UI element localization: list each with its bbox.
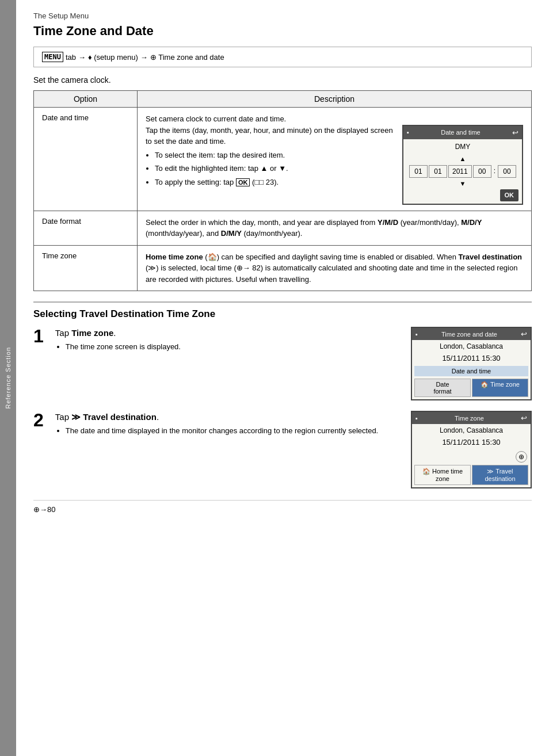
desc-intro: Set camera clock to current date and tim… bbox=[146, 113, 523, 125]
cam2-menu-item: Date and time bbox=[414, 366, 528, 376]
footer: ⊕→80 bbox=[33, 500, 532, 514]
cam3-btn-home[interactable]: 🏠 Home timezone bbox=[414, 465, 471, 485]
setup-menu-label: The Setup Menu bbox=[33, 12, 532, 20]
arrow2: → bbox=[140, 53, 148, 62]
bullet-3: To apply the setting: tap OK (□□ 23). bbox=[155, 177, 394, 188]
cam3-title: Time zone bbox=[455, 415, 484, 422]
step1-bold: Time zone bbox=[71, 328, 113, 338]
step1-bullet: The time zone screen is displayed. bbox=[66, 342, 399, 351]
side-reference-tab: Reference Section bbox=[0, 0, 16, 756]
step2-bullets: The date and time displayed in the monit… bbox=[66, 426, 399, 435]
cam-day: 01 bbox=[409, 165, 428, 178]
bullet-1: To select the item: tap the desired item… bbox=[155, 150, 394, 161]
desc-inner: Tap the items (day, month, year, hour, a… bbox=[146, 125, 523, 205]
cam-ok-button[interactable]: OK bbox=[500, 189, 519, 201]
clock-icon: ⊕ Time zone and date bbox=[150, 53, 224, 62]
option-time-zone: Time zone bbox=[34, 245, 138, 291]
menu-path-box: MENU tab → ♦ (setup menu) → ⊕ Time zone … bbox=[33, 47, 532, 67]
page-number: ⊕→80 bbox=[33, 505, 55, 514]
cam2-city: London, Casablanca bbox=[412, 340, 531, 353]
option-date-time: Date and time bbox=[34, 108, 138, 211]
side-tab-label: Reference Section bbox=[5, 347, 12, 409]
cam-ok-row: OK bbox=[407, 189, 518, 201]
main-content: The Setup Menu Time Zone and Date MENU t… bbox=[16, 0, 549, 756]
cam-month: 01 bbox=[429, 165, 447, 178]
camera-screen-step1: ▪ Time zone and date ↩ London, Casablanc… bbox=[411, 327, 532, 400]
menu-path-text1: tab bbox=[66, 53, 76, 62]
cam-hour: 00 bbox=[473, 165, 491, 178]
col-option-header: Option bbox=[34, 91, 138, 108]
cam3-globe-icon: ⊕ bbox=[516, 451, 527, 463]
step1-title: Tap Time zone. bbox=[55, 327, 399, 339]
step2-content: Tap ≫ Travel destination. The date and t… bbox=[55, 411, 399, 437]
table-row: Time zone Home time zone (🏠) can be spec… bbox=[34, 245, 532, 291]
option-date-format: Date format bbox=[34, 211, 138, 245]
desc-bullets: To select the item: tap the desired item… bbox=[155, 150, 394, 188]
cam-up-arrow: ▲ bbox=[407, 154, 518, 164]
table-row: Date and time Set camera clock to curren… bbox=[34, 108, 532, 211]
col-desc-header: Description bbox=[138, 91, 532, 108]
step2-bullet: The date and time displayed in the monit… bbox=[66, 426, 399, 435]
cam-header: ▪ Date and time ↩ bbox=[403, 126, 522, 140]
camera-screen-step2: ▪ Time zone ↩ London, Casablanca 15/11/2… bbox=[411, 411, 532, 488]
table-row: Date format Select the order in which th… bbox=[34, 211, 532, 245]
section2-heading: Selecting Travel Destination Time Zone bbox=[33, 301, 532, 320]
cam3-btn-travel[interactable]: ≫ Traveldestination bbox=[472, 465, 528, 485]
cam3-datetime: 15/11/2011 15:30 bbox=[412, 437, 531, 450]
bullet-2: To edit the highlighted item: tap ▲ or ▼… bbox=[155, 163, 394, 174]
step2-number: 2 bbox=[33, 411, 44, 429]
desc-para: Tap the items (day, month, year, hour, a… bbox=[146, 125, 394, 147]
menu-icon: MENU bbox=[42, 52, 63, 62]
cam-year: 2011 bbox=[448, 165, 472, 178]
subtitle: Set the camera clock. bbox=[33, 75, 532, 85]
cam2-title: Time zone and date bbox=[441, 331, 497, 338]
cam2-bottom-row: Dateformat 🏠 Time zone bbox=[414, 379, 528, 397]
cam3-rec-icon: ▪ bbox=[415, 415, 418, 422]
setup-icon: ♦ (setup menu) bbox=[88, 53, 138, 62]
cam2-btn-time-zone[interactable]: 🏠 Time zone bbox=[472, 379, 528, 397]
desc-date-format: Select the order in which the day, month… bbox=[138, 211, 532, 245]
cam2-header: ▪ Time zone and date ↩ bbox=[412, 328, 531, 340]
step2-row: 2 Tap ≫ Travel destination. The date and… bbox=[33, 411, 532, 488]
cam2-return-icon: ↩ bbox=[521, 330, 527, 338]
cam-values: 01 01 2011 00 : 00 bbox=[407, 165, 518, 178]
step1-number: 1 bbox=[33, 327, 44, 345]
cam-colon: : bbox=[493, 165, 497, 178]
cam-title: Date and time bbox=[441, 128, 480, 138]
cam3-city: London, Casablanca bbox=[412, 424, 531, 437]
desc-time-zone: Home time zone (🏠) can be specified and … bbox=[138, 245, 532, 291]
cam3-travel-row: 🏠 Home timezone ≫ Traveldestination bbox=[414, 465, 528, 485]
cam3-return-icon: ↩ bbox=[521, 414, 527, 422]
arrow1: → bbox=[78, 53, 86, 62]
cam-minute: 00 bbox=[498, 165, 516, 178]
step1-bullets: The time zone screen is displayed. bbox=[66, 342, 399, 351]
cam-body: DMY ▲ 01 01 2011 00 : 00 bbox=[403, 139, 522, 204]
cam3-header: ▪ Time zone ↩ bbox=[412, 412, 531, 424]
cam-rec-icon: ▪ bbox=[407, 128, 409, 138]
cam2-rec-icon: ▪ bbox=[415, 331, 418, 338]
desc-date-time: Set camera clock to current date and tim… bbox=[138, 108, 532, 211]
cam-down-arrow: ▼ bbox=[407, 179, 518, 189]
cam-dmy: DMY bbox=[407, 142, 518, 152]
step2-title: Tap ≫ Travel destination. bbox=[55, 411, 399, 423]
step1-content: Tap Time zone. The time zone screen is d… bbox=[55, 327, 399, 353]
desc-text: Tap the items (day, month, year, hour, a… bbox=[146, 125, 394, 190]
step2-bold: ≫ Travel destination bbox=[71, 412, 157, 422]
page-title: Time Zone and Date bbox=[33, 24, 532, 39]
camera-screen-datetime: ▪ Date and time ↩ DMY ▲ 01 01 bbox=[402, 125, 523, 205]
cam-return-icon: ↩ bbox=[512, 127, 518, 139]
options-table: Option Description Date and time Set cam… bbox=[33, 90, 532, 291]
cam2-datetime: 15/11/2011 15:30 bbox=[412, 353, 531, 366]
cam2-btn-date-format[interactable]: Dateformat bbox=[414, 379, 471, 397]
step1-row: 1 Tap Time zone. The time zone screen is… bbox=[33, 327, 532, 400]
cam3-globe-row: ⊕ bbox=[412, 450, 531, 465]
